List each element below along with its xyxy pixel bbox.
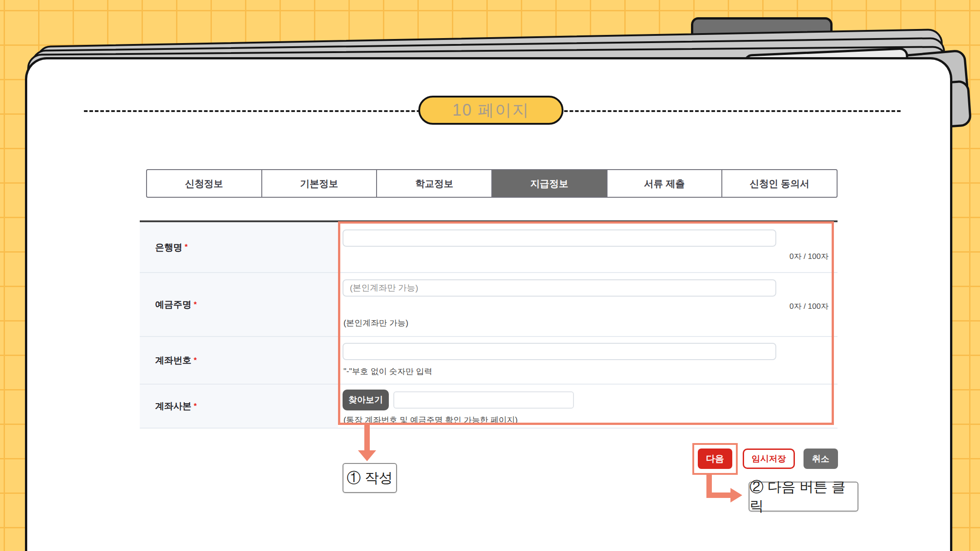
arrow-down-icon	[358, 450, 376, 461]
elbow-arrow-icon	[706, 492, 732, 498]
page-number-label: 10 페이지	[452, 99, 529, 122]
required-asterisk: *	[194, 402, 197, 411]
form-tab-bar: 신청정보 기본정보 학교정보 지급정보 서류 제출 신청인 동의서	[146, 169, 838, 198]
step1-callout: ① 작성	[343, 463, 397, 493]
bank-name-label: 은행명	[155, 241, 182, 254]
tab-school-info[interactable]: 학교정보	[377, 170, 492, 197]
arrow-down-icon	[364, 424, 370, 451]
temp-save-button[interactable]: 임시저장	[743, 449, 795, 469]
cancel-button[interactable]: 취소	[804, 449, 838, 469]
tab-application-info[interactable]: 신청정보	[147, 170, 262, 197]
account-holder-label: 예금주명	[155, 298, 191, 311]
tutorial-slide: 10 페이지 신청정보 기본정보 학교정보 지급정보 서류 제출 신청인 동의서…	[0, 0, 980, 551]
arrow-right-icon	[730, 488, 742, 502]
tab-payment-info[interactable]: 지급정보	[492, 170, 608, 197]
next-button-highlight-box	[692, 443, 738, 475]
required-asterisk: *	[194, 300, 197, 309]
page-number-badge: 10 페이지	[418, 96, 564, 125]
required-asterisk: *	[185, 243, 188, 252]
tab-applicant-consent[interactable]: 신청인 동의서	[722, 170, 837, 197]
account-copy-label: 계좌사본	[155, 400, 191, 412]
tab-basic-info[interactable]: 기본정보	[262, 170, 377, 197]
tab-document-submit[interactable]: 서류 제출	[608, 170, 723, 197]
required-asterisk: *	[194, 356, 197, 365]
account-number-label: 계좌번호	[155, 354, 191, 366]
step2-callout: ② 다음 버튼 클릭	[749, 482, 858, 512]
form-highlight-box	[338, 221, 834, 425]
